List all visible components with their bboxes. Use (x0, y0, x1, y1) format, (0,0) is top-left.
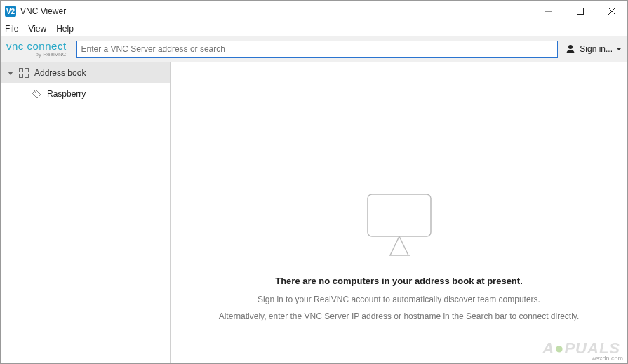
sidebar: Address book Raspberry (1, 62, 171, 363)
menu-bar: File View Help (1, 22, 627, 36)
svg-point-4 (568, 45, 573, 49)
brand-logo: vnc connect by RealVNC (6, 41, 67, 58)
monitor-illustration (361, 191, 438, 263)
svg-rect-8 (25, 74, 29, 78)
svg-rect-5 (20, 69, 23, 72)
minimize-button[interactable] (533, 1, 564, 22)
window-title: VNC Viewer (20, 6, 66, 16)
address-book-label: Address book (34, 68, 86, 78)
empty-state-title: There are no computers in your address b… (275, 276, 523, 286)
sign-in-label: Sign in... (580, 44, 613, 54)
svg-rect-6 (25, 69, 29, 72)
content-area: Address book Raspberry There are no comp… (1, 62, 627, 363)
sign-in-button[interactable]: Sign in... (565, 43, 622, 55)
menu-file[interactable]: File (5, 24, 18, 34)
svg-rect-10 (368, 194, 431, 236)
chevron-down-icon (616, 48, 622, 50)
empty-state-line2: Alternatively, enter the VNC Server IP a… (219, 311, 580, 321)
window-titlebar: V2 VNC Viewer (1, 1, 627, 22)
address-book-header[interactable]: Address book (1, 62, 170, 83)
tag-icon (32, 89, 41, 99)
menu-help[interactable]: Help (56, 24, 74, 34)
grid-icon (19, 68, 29, 78)
sidebar-item-label: Raspberry (47, 89, 86, 99)
svg-point-9 (34, 92, 36, 93)
search-input[interactable] (76, 41, 559, 58)
brand-main-text: vnc connect (6, 41, 67, 51)
main-panel: There are no computers in your address b… (171, 62, 627, 363)
maximize-button[interactable] (564, 1, 596, 22)
svg-line-13 (399, 236, 408, 255)
close-button[interactable] (596, 1, 627, 22)
user-icon (565, 43, 576, 55)
svg-rect-7 (20, 74, 23, 78)
sidebar-item-raspberry[interactable]: Raspberry (1, 83, 170, 105)
menu-view[interactable]: View (28, 24, 46, 34)
svg-line-12 (390, 236, 399, 255)
watermark-site: wsxdn.com (592, 355, 623, 362)
brand-sub-text: by RealVNC (6, 52, 67, 58)
chevron-down-icon (8, 72, 13, 75)
app-icon: V2 (5, 6, 16, 17)
toolbar: vnc connect by RealVNC Sign in... (1, 36, 627, 62)
svg-rect-1 (577, 8, 583, 15)
empty-state-line1: Sign in to your RealVNC account to autom… (258, 295, 540, 304)
